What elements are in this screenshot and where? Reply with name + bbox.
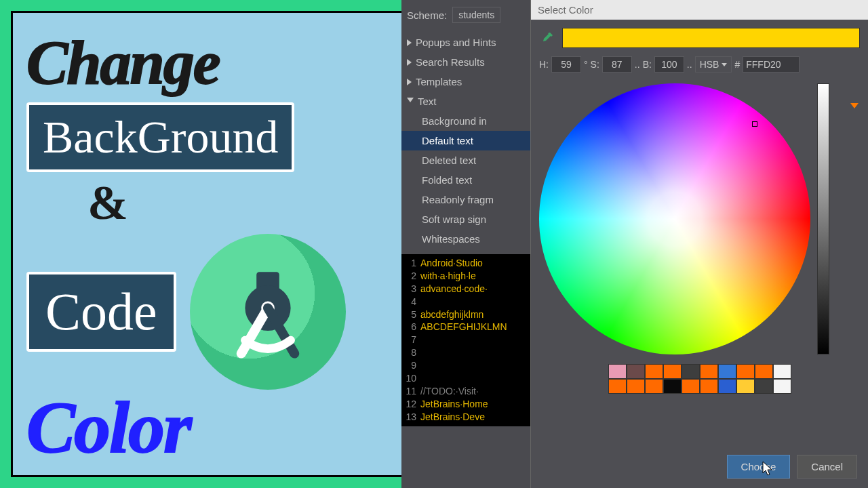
- title-color: Color: [26, 386, 399, 470]
- color-swatch[interactable]: [700, 364, 718, 379]
- brightness-handle-icon[interactable]: [850, 103, 859, 108]
- swatch-palette: [531, 360, 868, 396]
- color-swatch[interactable]: [627, 379, 645, 394]
- title-background: BackGround: [26, 102, 294, 172]
- hsb-inputs: H: ° S: .. B: .. HSB #: [531, 56, 868, 78]
- color-swatch[interactable]: [700, 379, 718, 394]
- color-swatch[interactable]: [645, 364, 663, 379]
- eyedropper-button[interactable]: [539, 30, 555, 46]
- sat-input[interactable]: [602, 56, 632, 73]
- code-line: 12JetBrains·Home: [401, 398, 530, 411]
- line-number: 8: [401, 346, 420, 359]
- color-swatch[interactable]: [736, 379, 755, 394]
- code-line: 10: [401, 372, 530, 385]
- color-swatch[interactable]: [682, 379, 700, 394]
- line-number: 5: [401, 308, 420, 321]
- line-number: 11: [401, 385, 420, 398]
- color-swatch[interactable]: [718, 364, 736, 379]
- settings-tree: Popups and Hints Search Results Template…: [401, 33, 530, 249]
- scheme-label: Scheme:: [407, 9, 447, 21]
- settings-sidebar: Scheme: students Popups and Hints Search…: [401, 0, 530, 488]
- tree-child-whitespaces[interactable]: Whitespaces: [401, 229, 530, 249]
- line-number: 4: [401, 296, 420, 308]
- line-number: 1: [401, 257, 420, 270]
- code-text: JetBrains·Deve: [420, 411, 485, 424]
- color-swatch[interactable]: [627, 364, 645, 379]
- code-line: 4: [401, 296, 530, 308]
- chevron-right-icon: [407, 39, 412, 46]
- code-line: 8: [401, 346, 530, 359]
- code-text: with·a·high·le: [420, 270, 476, 283]
- line-number: 3: [401, 283, 420, 296]
- code-text: JetBrains·Home: [420, 398, 488, 411]
- cancel-button[interactable]: Cancel: [797, 455, 857, 479]
- chevron-down-icon: [407, 98, 414, 106]
- tree-child-default-text[interactable]: Default text: [401, 131, 530, 150]
- android-studio-icon: [220, 264, 315, 359]
- android-studio-logo: [190, 234, 346, 390]
- color-swatch[interactable]: [663, 379, 682, 394]
- tree-item-search[interactable]: Search Results: [401, 52, 530, 72]
- title-change: Change: [26, 26, 399, 98]
- tree-child-background[interactable]: Background in: [401, 111, 530, 131]
- thumbnail-text-block: Change BackGround & Code Color: [26, 26, 399, 474]
- title-ampersand: &: [87, 175, 399, 231]
- mouse-cursor-icon: [762, 461, 774, 477]
- color-swatch[interactable]: [736, 364, 755, 379]
- code-text: //TODO:·Visit·: [420, 385, 479, 398]
- line-number: 2: [401, 270, 420, 283]
- hue-input[interactable]: [551, 56, 581, 73]
- tree-item-templates[interactable]: Templates: [401, 72, 530, 92]
- hex-input[interactable]: [743, 56, 800, 73]
- code-text: ABCDEFGHIJKLMN: [420, 321, 507, 333]
- tree-child-readonly[interactable]: Readonly fragm: [401, 190, 530, 209]
- color-mode-dropdown[interactable]: HSB: [695, 56, 732, 73]
- tree-item-popups[interactable]: Popups and Hints: [401, 33, 530, 52]
- code-text: Android·Studio: [420, 257, 483, 270]
- code-text: abcdefghijklmn: [420, 308, 484, 321]
- code-line: 13JetBrains·Deve: [401, 411, 530, 424]
- color-swatch[interactable]: [773, 379, 791, 394]
- color-swatch[interactable]: [663, 364, 682, 379]
- scheme-dropdown[interactable]: students: [452, 7, 500, 23]
- line-number: 10: [401, 372, 420, 385]
- code-line: 1Android·Studio: [401, 257, 530, 270]
- tree-child-deleted[interactable]: Deleted text: [401, 150, 530, 170]
- choose-button[interactable]: Choose: [727, 455, 791, 479]
- code-line: 3advanced·code·: [401, 283, 530, 296]
- color-swatch[interactable]: [773, 364, 791, 379]
- eyedropper-icon: [540, 31, 554, 45]
- line-number: 13: [401, 411, 420, 424]
- title-code: Code: [26, 272, 176, 352]
- color-swatch[interactable]: [608, 379, 627, 394]
- chevron-right-icon: [407, 79, 412, 85]
- select-color-dialog: Select Color H: ° S: .. B: .. HSB #: [530, 0, 868, 488]
- tree-item-text[interactable]: Text: [401, 92, 530, 111]
- dialog-title: Select Color: [531, 0, 868, 20]
- line-number: 12: [401, 398, 420, 411]
- bri-input[interactable]: [654, 56, 684, 73]
- color-swatch[interactable]: [608, 364, 627, 379]
- code-line: 9: [401, 359, 530, 372]
- tree-child-folded[interactable]: Folded text: [401, 170, 530, 190]
- chevron-down-icon: [722, 63, 727, 66]
- code-line: 7: [401, 333, 530, 346]
- code-text: advanced·code·: [420, 283, 488, 296]
- color-wheel[interactable]: [539, 83, 810, 354]
- color-swatch[interactable]: [682, 364, 700, 379]
- color-swatch[interactable]: [645, 379, 663, 394]
- tree-child-softwrap[interactable]: Soft wrap sign: [401, 209, 530, 229]
- scheme-row: Scheme: students: [401, 0, 530, 30]
- color-preview: [562, 28, 860, 48]
- color-swatch[interactable]: [755, 364, 773, 379]
- code-preview: 1Android·Studio2with·a·high·le3advanced·…: [401, 254, 530, 426]
- color-swatch[interactable]: [755, 379, 773, 394]
- code-line: 2with·a·high·le: [401, 270, 530, 283]
- brightness-slider[interactable]: [817, 83, 829, 354]
- chevron-right-icon: [407, 59, 412, 66]
- line-number: 7: [401, 333, 420, 346]
- color-swatch[interactable]: [718, 379, 736, 394]
- app-window: Scheme: students Popups and Hints Search…: [401, 0, 868, 488]
- code-line: 5abcdefghijklmn: [401, 308, 530, 321]
- code-line: 11//TODO:·Visit·: [401, 385, 530, 398]
